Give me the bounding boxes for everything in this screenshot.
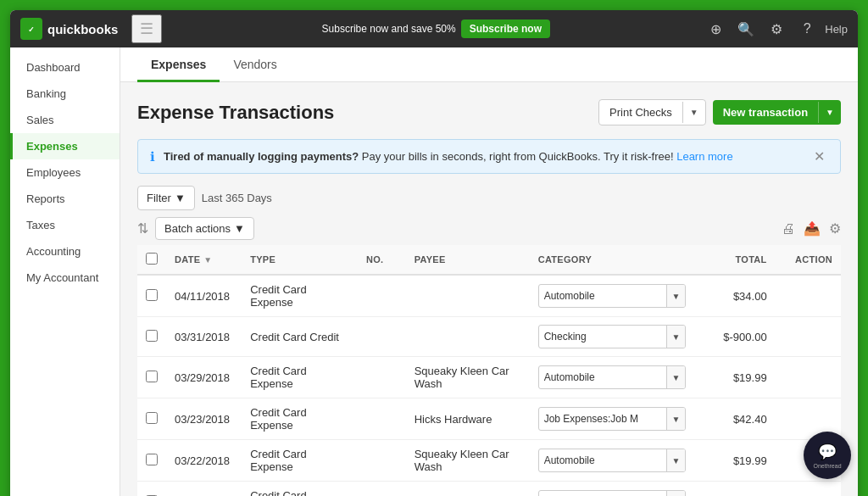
sidebar-item-expenses[interactable]: Expenses (10, 133, 120, 159)
header-action: ACTION (776, 245, 841, 275)
banner-bold: Tired of manually logging payments? (164, 150, 359, 163)
banner-normal: Pay your bills in seconds, right from Qu… (362, 150, 674, 163)
row-total: $19.99 (694, 440, 775, 482)
print-checks-button[interactable]: Print Checks ▼ (598, 99, 706, 125)
row-payee (406, 275, 530, 317)
sort-icon[interactable]: ⇅ (137, 220, 148, 237)
app-logo: ✓ quickbooks (20, 18, 118, 40)
sidebar-item-accounting[interactable]: Accounting (10, 238, 120, 265)
header-no: NO. (358, 245, 406, 275)
row-no (358, 482, 406, 497)
page-header: Expense Transactions Print Checks ▼ New … (137, 99, 841, 125)
row-payee: Squeaky Kleen Car Wash (406, 357, 530, 398)
settings-icon[interactable]: ⚙ (764, 16, 789, 42)
filter-button[interactable]: Filter ▼ (137, 186, 195, 210)
logo-icon: ✓ (20, 18, 42, 40)
onethread-label: Onethread (813, 463, 841, 469)
category-select-3[interactable]: Job Expenses:Job M (539, 411, 666, 426)
category-arrow-icon: ▼ (666, 491, 686, 496)
row-payee (406, 317, 530, 357)
row-checkbox-cell (137, 440, 166, 482)
hamburger-menu[interactable]: ☰ (131, 14, 162, 43)
category-arrow-icon: ▼ (666, 285, 686, 307)
row-checkbox-cell (137, 275, 166, 317)
category-select-1[interactable]: Checking (539, 329, 666, 344)
row-no (358, 440, 406, 482)
sidebar-item-taxes[interactable]: Taxes (10, 212, 120, 238)
row-payee: Squeaky Kleen Car Wash (406, 440, 530, 482)
header-type: TYPE (242, 245, 358, 275)
header-total: TOTAL (694, 245, 775, 275)
add-icon[interactable]: ⊕ (703, 16, 728, 42)
batch-actions-button[interactable]: Batch actions ▼ (155, 217, 254, 240)
category-select-wrapper: Automobile ▼ (538, 365, 687, 389)
row-total: $-900.00 (694, 317, 775, 357)
date-sort-icon: ▼ (203, 255, 212, 265)
sidebar-item-my-accountant[interactable]: My Accountant (10, 265, 120, 291)
category-select-4[interactable]: Automobile (539, 453, 666, 468)
banner-close-button[interactable]: ✕ (810, 148, 828, 164)
category-select-wrapper: Checking ▼ (538, 325, 687, 348)
date-range-text: Last 365 Days (202, 192, 272, 204)
sidebar: Dashboard Banking Sales Expenses Employe… (10, 47, 120, 496)
new-transaction-dropdown[interactable]: ▼ (818, 102, 841, 123)
category-select-2[interactable]: Automobile (539, 370, 666, 385)
row-checkbox-4[interactable] (146, 454, 158, 465)
promo-text: Subscribe now and save 50% (322, 23, 456, 35)
row-date: 03/22/2018 (166, 440, 242, 482)
select-all-checkbox[interactable] (146, 253, 158, 265)
row-checkbox-0[interactable] (146, 289, 158, 301)
category-arrow-icon: ▼ (666, 408, 686, 430)
print-checks-dropdown[interactable]: ▼ (682, 102, 705, 123)
print-icon[interactable]: 🖨 (782, 221, 795, 237)
row-total: $19.99 (694, 357, 775, 398)
table-row: 03/29/2018 Credit Card Expense Squeaky K… (137, 357, 841, 398)
help-icon[interactable]: ? (794, 16, 820, 42)
table-row: 03/31/2018 Credit Card Credit Checking ▼… (137, 317, 841, 357)
tab-vendors[interactable]: Vendors (220, 47, 290, 82)
table-row: 04/11/2018 Credit Card Expense Automobil… (137, 275, 841, 317)
row-no (358, 317, 406, 357)
sidebar-item-banking[interactable]: Banking (10, 81, 120, 107)
row-no (358, 357, 406, 398)
sidebar-item-dashboard[interactable]: Dashboard (10, 54, 120, 81)
row-action (776, 275, 841, 317)
row-no (358, 275, 406, 317)
promo-banner: Subscribe now and save 50% Subscribe now (169, 20, 703, 38)
row-type: Credit Card Expense (242, 398, 358, 440)
category-select-0[interactable]: Automobile (539, 288, 666, 304)
new-transaction-main[interactable]: New transaction (713, 100, 818, 125)
filters-row: Filter ▼ Last 365 Days (137, 186, 841, 210)
help-label: Help (825, 23, 848, 36)
sidebar-item-employees[interactable]: Employees (10, 159, 120, 186)
row-checkbox-2[interactable] (146, 371, 158, 382)
content-area: Expenses Vendors Expense Transactions Pr… (120, 47, 858, 496)
onethread-widget[interactable]: 💬 Onethread (804, 432, 851, 479)
header-actions: Print Checks ▼ New transaction ▼ (598, 99, 841, 125)
table-action-icons: 🖨 📤 ⚙ (782, 220, 841, 237)
row-type: Credit Card Expense (242, 275, 358, 317)
subscribe-button[interactable]: Subscribe now (461, 20, 550, 38)
expense-table: DATE ▼ TYPE NO. PAYEE CATEGORY TOTAL ACT… (137, 245, 841, 496)
search-icon[interactable]: 🔍 (733, 16, 759, 42)
row-type: Credit Card Expense (242, 440, 358, 482)
settings-table-icon[interactable]: ⚙ (829, 220, 841, 237)
row-checkbox-3[interactable] (146, 412, 158, 424)
row-action (776, 317, 841, 357)
header-date[interactable]: DATE ▼ (166, 245, 242, 275)
row-checkbox-1[interactable] (146, 330, 158, 342)
row-checkbox-cell (137, 482, 166, 497)
tab-expenses[interactable]: Expenses (137, 47, 220, 82)
export-icon[interactable]: 📤 (804, 220, 821, 237)
row-type: Credit Card Expense (242, 482, 358, 497)
sidebar-item-reports[interactable]: Reports (10, 186, 120, 212)
row-date: 04/11/2018 (166, 275, 242, 317)
content-body: Expense Transactions Print Checks ▼ New … (120, 82, 858, 496)
learn-more-link[interactable]: Learn more (676, 150, 732, 163)
row-date: 03/31/2018 (166, 317, 242, 357)
new-transaction-button[interactable]: New transaction ▼ (713, 100, 841, 125)
print-checks-main[interactable]: Print Checks (599, 100, 682, 125)
row-type: Credit Card Expense (242, 357, 358, 398)
category-arrow-icon: ▼ (666, 366, 686, 388)
sidebar-item-sales[interactable]: Sales (10, 107, 120, 133)
